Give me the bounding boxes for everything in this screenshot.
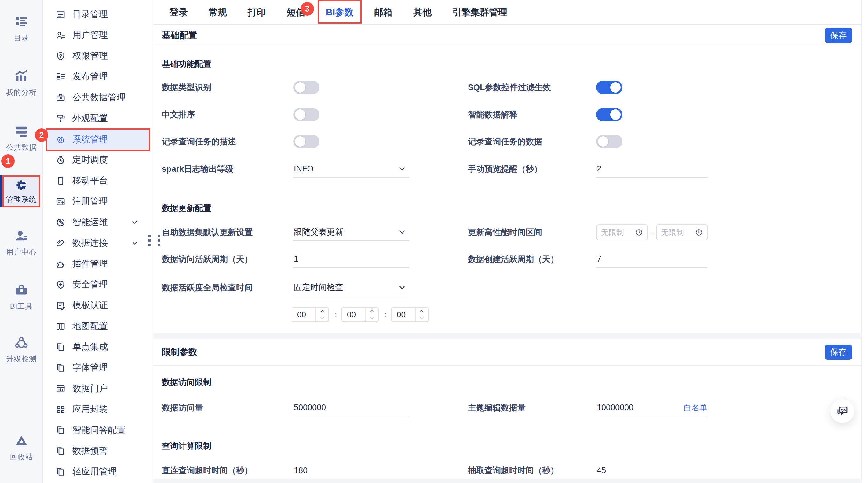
tab-login[interactable]: 登录: [169, 6, 188, 19]
sidebar-item-upgrade-check[interactable]: 升级检测: [0, 336, 43, 364]
menu-item-catalog-manage[interactable]: 目录管理: [43, 4, 153, 25]
annotation-step-3-badge: 3: [301, 2, 314, 16]
data-type-recognition-toggle[interactable]: [293, 81, 319, 94]
menu-item-data-connection[interactable]: 数据连接: [43, 233, 153, 253]
self-dataset-update-select[interactable]: 跟随父表更新: [293, 224, 409, 241]
menu-item-label: 数据连接: [72, 237, 108, 249]
time-range-start-input[interactable]: 无限制: [596, 224, 648, 240]
menu-item-smart-qa-config[interactable]: 智能问答配置: [43, 420, 153, 440]
basic-config-card: 基础配置 保存 基础功能配置 数据类型识别 SQL参数控件过滤生效 中文排序 智…: [153, 25, 861, 333]
tab-print[interactable]: 打印: [248, 6, 266, 19]
save-button-limit[interactable]: 保存: [825, 344, 852, 360]
record-query-desc-toggle[interactable]: [293, 135, 319, 148]
menu-item-label: 字体管理: [72, 362, 108, 374]
primary-sidebar: 目录 我的分析 公共数据 管理系统 用户中心 BI工具 升级检测 回收站: [0, 0, 43, 483]
menu-item-light-app-manage[interactable]: 轻应用管理: [43, 462, 153, 482]
minute-spinner[interactable]: 00: [341, 307, 379, 322]
main-content: 登录 常规 打印 短信 BI参数 邮箱 其他 引擎集群管理 3 基础配置 保存 …: [153, 0, 868, 483]
record-query-data-toggle[interactable]: [596, 135, 622, 148]
smart-data-interpretation-toggle[interactable]: [596, 108, 622, 121]
tab-engine-cluster[interactable]: 引擎集群管理: [452, 6, 507, 19]
hour-spinner[interactable]: 00: [292, 307, 329, 322]
tab-other[interactable]: 其他: [413, 6, 432, 19]
menu-item-label: 数据预警: [72, 445, 108, 457]
menu-item-sso-integration[interactable]: 单点集成: [43, 337, 153, 357]
activity-check-time-select[interactable]: 固定时间检查: [293, 279, 409, 296]
spinner-up-button[interactable]: [316, 308, 328, 315]
input-value: 180: [294, 466, 308, 475]
menu-item-register-manage[interactable]: 注册管理: [43, 191, 153, 211]
menu-item-label: 目录管理: [72, 8, 108, 21]
manual-preview-remind-input[interactable]: 2: [596, 161, 707, 178]
second-value: 00: [392, 308, 416, 321]
menu-item-security-manage[interactable]: 安全管理: [43, 275, 153, 295]
menu-item-user-manage[interactable]: 用户管理: [43, 25, 153, 45]
spinner-up-button[interactable]: [416, 308, 428, 315]
spinner-down-button[interactable]: [316, 315, 328, 321]
chevron-down-icon: [398, 228, 406, 236]
catalog-manage-icon: [56, 9, 66, 20]
form-row: 直连查询超时时间（秒） 180 抽取查询超时时间（秒） 45: [153, 463, 861, 478]
sidebar-item-bi-tools[interactable]: BI工具: [0, 283, 43, 311]
menu-item-template-cert[interactable]: 模板认证: [43, 295, 153, 315]
app-package-icon: [56, 404, 66, 415]
form-row: 数据类型识别 SQL参数控件过滤生效: [153, 79, 861, 96]
menu-item-public-data-manage[interactable]: 公共数据管理: [43, 87, 153, 108]
sidebar-resize-handle[interactable]: [149, 235, 160, 247]
sql-param-filter-toggle[interactable]: [596, 81, 622, 94]
menu-item-schedule[interactable]: 定时调度: [43, 150, 153, 170]
upgrade-check-network-icon: [14, 336, 28, 350]
qa-chat-icon: [836, 405, 849, 418]
chinese-sort-toggle[interactable]: [293, 108, 319, 121]
chevron-down-icon[interactable]: [131, 218, 139, 226]
secondary-sidebar: 目录管理 用户管理 权限管理 发布管理 公共数据管理 外观配置 系统管理 定时调…: [43, 0, 153, 483]
save-button-basic[interactable]: 保存: [825, 28, 852, 43]
spark-log-level-select[interactable]: INFO: [293, 161, 409, 178]
annotation-step-1-badge: 1: [1, 154, 15, 168]
time-range-end-input[interactable]: 无限制: [656, 224, 708, 240]
theme-edit-volume-input[interactable]: 10000000白名单: [596, 399, 707, 416]
menu-item-permission-manage[interactable]: 权限管理: [43, 46, 153, 66]
sidebar-item-recycle-bin[interactable]: 回收站: [0, 434, 43, 462]
sidebar-item-my-analysis[interactable]: 我的分析: [0, 69, 43, 97]
sidebar-item-catalog[interactable]: 目录: [0, 15, 43, 43]
data-access-cycle-input[interactable]: 1: [293, 251, 409, 268]
menu-item-plugin-manage[interactable]: 插件管理: [43, 254, 153, 274]
chevron-down-icon[interactable]: [131, 239, 139, 247]
menu-item-data-alert[interactable]: 数据预警: [43, 441, 153, 461]
menu-item-system-manage-active[interactable]: 系统管理: [46, 129, 150, 151]
qa-assistant-fab[interactable]: [831, 399, 854, 423]
menu-item-label: 用户管理: [72, 29, 108, 41]
menu-item-intelligent-ops[interactable]: 智能运维: [43, 212, 153, 232]
direct-query-timeout-input[interactable]: 180: [293, 463, 409, 478]
vertical-scrollbar[interactable]: [861, 0, 868, 483]
data-create-cycle-input[interactable]: 7: [596, 251, 707, 268]
card-title: 限制参数: [162, 346, 197, 358]
extract-query-timeout-input[interactable]: 45: [596, 463, 707, 478]
menu-item-mobile-platform[interactable]: 移动平台: [43, 171, 153, 191]
whitelist-link[interactable]: 白名单: [684, 402, 707, 413]
second-spinner[interactable]: 00: [391, 307, 429, 322]
field-label-data-create-cycle: 数据创建活跃周期（天）: [468, 251, 559, 268]
schedule-icon: [56, 155, 66, 165]
menu-item-map-config[interactable]: 地图配置: [43, 316, 153, 336]
tab-bi-params-active[interactable]: BI参数: [326, 6, 353, 19]
tab-general[interactable]: 常规: [209, 6, 227, 19]
menu-item-data-portal[interactable]: 数据门户: [43, 378, 153, 399]
spinner-down-button[interactable]: [366, 315, 378, 321]
light-app-manage-icon: [56, 467, 66, 477]
menu-item-appearance-config[interactable]: 外观配置: [43, 108, 153, 129]
field-label-record-query-desc: 记录查询任务的描述: [162, 133, 236, 150]
catalog-list-icon: [14, 15, 28, 29]
menu-item-app-package[interactable]: 应用封装: [43, 399, 153, 419]
menu-item-font-manage[interactable]: 字体管理: [43, 358, 153, 378]
sidebar-item-user-center[interactable]: 用户中心: [0, 229, 43, 257]
publish-manage-icon: [56, 72, 66, 82]
tab-email[interactable]: 邮箱: [374, 6, 393, 19]
form-row: 数据访问量 5000000 主题编辑数据量 10000000白名单: [153, 399, 861, 416]
sidebar-item-admin-system-active[interactable]: 管理系统: [2, 175, 40, 207]
menu-item-publish-manage[interactable]: 发布管理: [43, 67, 153, 87]
spinner-up-button[interactable]: [366, 308, 378, 315]
spinner-down-button[interactable]: [416, 315, 428, 321]
data-access-volume-input[interactable]: 5000000: [293, 399, 409, 416]
